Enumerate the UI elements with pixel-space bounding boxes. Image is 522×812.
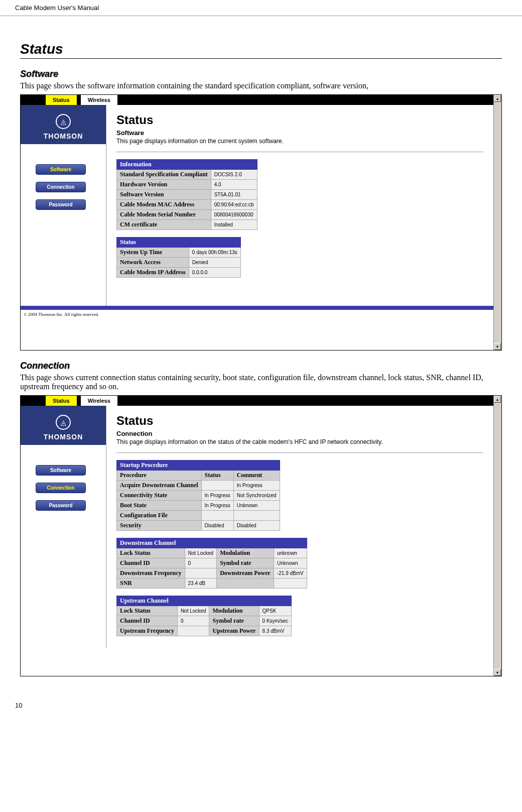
connection-body: This page shows current connection statu… xyxy=(20,373,502,391)
row-label: Boot State xyxy=(117,501,202,511)
h1-status: Status xyxy=(20,41,502,59)
row-value: Not Synchronized xyxy=(233,491,280,501)
brand-logo: ◬ THOMSON xyxy=(21,105,106,144)
row-label: Security xyxy=(117,521,202,531)
row-value: Unknown xyxy=(274,558,307,568)
row-value: In Progress xyxy=(201,491,233,501)
scrollbar[interactable]: ▴ ▾ xyxy=(493,95,501,350)
content-pane: Status Software This page displays infor… xyxy=(106,105,493,306)
screenshot-software: ▴ ▾ Status Wireless ◬ THOMSON Software C… xyxy=(20,94,502,351)
startup-header: Startup Procedure xyxy=(117,460,280,471)
row-value: 23.4 dB xyxy=(185,578,217,589)
page-subtitle: Software xyxy=(116,129,483,137)
document-header: Cable Modem User's Manual xyxy=(0,0,522,16)
sidebar-software[interactable]: Software xyxy=(36,164,86,175)
row-label: CM certificate xyxy=(117,220,211,230)
brand-logo: ◬ THOMSON xyxy=(21,406,106,445)
row-value: 00:90:64:ed:cc:cb xyxy=(211,200,257,210)
h2-software: Software xyxy=(20,69,502,79)
row-label: Channel ID xyxy=(117,558,185,568)
row-value: 0 xyxy=(185,558,217,568)
row-value: Disabled xyxy=(201,521,233,531)
tab-wireless[interactable]: Wireless xyxy=(81,396,117,406)
down-header: Downstream Channel xyxy=(117,538,307,548)
page-desc: This page displays information on the st… xyxy=(116,438,483,445)
row-label: Hardware Version xyxy=(117,180,211,190)
footer-bar xyxy=(21,306,493,310)
logo-icon: ◬ xyxy=(56,415,71,430)
row-label: System Up Time xyxy=(117,248,189,258)
scrollbar[interactable]: ▴ ▾ xyxy=(493,396,501,676)
row-value: Unknown xyxy=(233,501,280,511)
scroll-down-icon[interactable]: ▾ xyxy=(494,343,501,350)
row-label: Cable Modem IP Address xyxy=(117,268,189,278)
screenshot-connection: ▴ ▾ Status Wireless ◬ THOMSON Software C… xyxy=(20,395,502,676)
tab-status[interactable]: Status xyxy=(46,396,77,406)
row-label: Cable Modem Serial Number xyxy=(117,210,211,220)
row-value: In Progress xyxy=(201,501,233,511)
startup-table: Startup Procedure Procedure Status Comme… xyxy=(116,460,280,531)
rule xyxy=(116,452,483,453)
sidebar-password[interactable]: Password xyxy=(36,500,86,511)
row-label: Lock Status xyxy=(117,548,185,558)
row-value: 0.0.0.0 xyxy=(189,268,240,278)
row-value: QPSK xyxy=(259,606,292,616)
row-label: Configuration File xyxy=(117,511,202,521)
row-label: Lock Status xyxy=(117,606,178,616)
scroll-up-icon[interactable]: ▴ xyxy=(494,396,501,403)
up-header: Upstream Channel xyxy=(117,596,292,606)
row-label xyxy=(217,578,274,589)
top-nav: Status Wireless xyxy=(21,95,493,105)
sidebar-connection[interactable]: Connection xyxy=(36,182,86,192)
row-label: Symbol rate xyxy=(209,616,259,626)
col-header: Comment xyxy=(233,471,280,481)
top-nav: Status Wireless xyxy=(21,396,493,406)
row-value xyxy=(201,511,233,521)
row-value xyxy=(185,568,217,578)
row-value: unknown xyxy=(274,548,307,558)
row-value: 8.3 dBmV xyxy=(259,626,292,636)
row-value: Installed xyxy=(211,220,257,230)
status-table: Status System Up Time0 days 00h:09m:13s … xyxy=(116,237,241,278)
sidebar-password[interactable]: Password xyxy=(36,199,86,210)
tab-status[interactable]: Status xyxy=(46,95,77,105)
logo-icon: ◬ xyxy=(56,114,71,129)
row-label: Symbol rate xyxy=(217,558,274,568)
software-body: This page shows the software information… xyxy=(20,81,502,90)
row-value xyxy=(201,481,233,491)
row-value: 0 Ksym/sec xyxy=(259,616,292,626)
row-label: Downstream Power xyxy=(217,568,274,578)
row-value: Disabled xyxy=(233,521,280,531)
row-value xyxy=(274,578,307,589)
col-header: Status xyxy=(201,471,233,481)
row-value: 4.0 xyxy=(211,180,257,190)
row-value: Denied xyxy=(189,258,240,268)
header-title: Cable Modem User's Manual xyxy=(15,4,99,12)
row-label: Cable Modem MAC Address xyxy=(117,200,211,210)
row-value: DOCSIS 2.0 xyxy=(211,170,257,180)
h2-connection: Connection xyxy=(20,361,502,371)
status-header: Status xyxy=(117,238,241,248)
content-pane: Status Connection This page displays inf… xyxy=(106,406,493,648)
row-value: Not Locked xyxy=(185,548,217,558)
upstream-table: Upstream Channel Lock StatusNot LockedMo… xyxy=(116,596,292,636)
page-title: Status xyxy=(116,113,483,127)
row-label: Channel ID xyxy=(117,616,178,626)
info-header: Information xyxy=(117,160,257,170)
sidebar-connection[interactable]: Connection xyxy=(36,483,86,493)
row-label: Network Access xyxy=(117,258,189,268)
information-table: Information Standard Specification Compl… xyxy=(116,159,257,230)
row-value: 00800418600030 xyxy=(211,210,257,220)
row-label: Modulation xyxy=(209,606,259,616)
page-number: 10 xyxy=(0,697,522,714)
downstream-table: Downstream Channel Lock StatusNot Locked… xyxy=(116,538,307,589)
row-value xyxy=(233,511,280,521)
scroll-up-icon[interactable]: ▴ xyxy=(494,95,501,102)
row-label: Upstream Power xyxy=(209,626,259,636)
row-value: ST5A.01.01 xyxy=(211,190,257,200)
sidebar-software[interactable]: Software xyxy=(36,465,86,476)
scroll-down-icon[interactable]: ▾ xyxy=(494,669,501,676)
tab-wireless[interactable]: Wireless xyxy=(81,95,117,105)
brand-name: THOMSON xyxy=(21,132,106,140)
page-subtitle: Connection xyxy=(116,430,483,437)
